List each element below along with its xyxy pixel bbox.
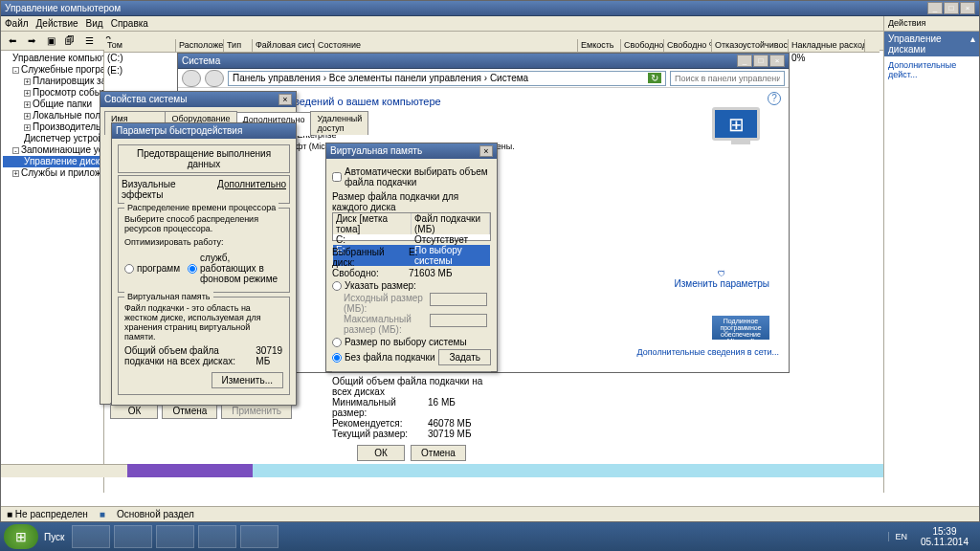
vmem-close[interactable]: × (479, 145, 493, 157)
sysprops-close[interactable]: × (278, 94, 292, 105)
col-capacity[interactable]: Емкость (578, 39, 621, 52)
taskbar-item[interactable] (72, 525, 110, 548)
tree-perf[interactable]: Производительность (33, 121, 104, 132)
tree-shared[interactable]: Общие папки (33, 99, 92, 109)
radio-custom[interactable] (332, 281, 342, 291)
minimize-button[interactable]: _ (927, 2, 943, 14)
auto-checkbox[interactable] (332, 172, 342, 182)
props-icon[interactable]: ☰ (81, 33, 97, 49)
col-volume[interactable]: Том (104, 39, 176, 52)
more-actions-link[interactable]: Дополнительные дейст... (884, 56, 979, 83)
initial-size-input (430, 293, 487, 306)
chevron-up-icon: ▴ (970, 33, 975, 55)
search-input[interactable] (670, 71, 785, 86)
breadcrumb-bar: Панель управления › Все элементы панели … (178, 69, 789, 88)
taskbar-item[interactable] (198, 525, 236, 548)
start-button[interactable]: ⊞ (4, 524, 38, 549)
col-fault[interactable]: Отказоустойчивость (712, 39, 789, 52)
close-button[interactable]: × (960, 2, 975, 14)
start-label[interactable]: Пуск (44, 532, 64, 542)
forward-icon[interactable]: ➡ (24, 33, 39, 49)
drive-list[interactable]: Диск [метка тома]Файл подкачки (МБ) C:От… (332, 212, 491, 241)
col-type[interactable]: Тип (224, 39, 253, 52)
main-title: Управление компьютером (5, 3, 121, 13)
system-titlebar: Система _ □ × (178, 54, 789, 69)
nav-back-icon[interactable] (182, 70, 201, 87)
menubar: Файл Действие Вид Справка (1, 16, 979, 32)
virtual-memory-dialog: Виртуальная память × Автоматически выбир… (325, 143, 498, 372)
perfopts-titlebar: Параметры быстродействия (112, 123, 296, 139)
sysprops-titlebar: Свойства системы × (100, 92, 296, 107)
col-status[interactable]: Состояние (315, 39, 578, 52)
tree-eventviewer[interactable]: Просмотр событий (33, 87, 104, 98)
tree-diskmgmt[interactable]: Управление дисками (24, 156, 104, 166)
legend-unalloc: Не распределен (15, 509, 88, 519)
menu-help[interactable]: Справка (111, 18, 148, 29)
col-fs[interactable]: Файловая система (253, 39, 315, 52)
change-vmem-button[interactable]: Изменить... (212, 372, 283, 388)
sys-close[interactable]: × (769, 55, 785, 67)
actions-panel: Действия Управление дисками▴ Дополнитель… (883, 16, 979, 493)
menu-view[interactable]: Вид (86, 18, 103, 29)
nav-forward-icon[interactable] (205, 70, 224, 87)
menu-file[interactable]: Файл (5, 18, 29, 29)
perfopts-tab-visual[interactable]: Визуальные эффекты (122, 179, 208, 200)
taskbar-item[interactable] (114, 525, 152, 548)
legend-primary: Основной раздел (117, 509, 194, 519)
taskbar-item[interactable] (240, 525, 278, 548)
col-free[interactable]: Свободно (621, 39, 664, 52)
menu-action[interactable]: Действие (36, 18, 78, 29)
genuine-badge: Подлинное программное обеспечение Micros… (712, 316, 769, 340)
tree-users[interactable]: Локальные пользовате (33, 110, 104, 121)
change-settings-link[interactable]: 🛡Изменить параметры (675, 270, 769, 289)
maximize-button[interactable]: □ (944, 2, 959, 14)
windows-logo-icon: ⊞ (728, 113, 745, 136)
system-title: Система (182, 55, 220, 66)
seealso-link[interactable]: Дополнительные сведения в сети... (637, 347, 780, 357)
vmem-titlebar: Виртуальная память × (326, 143, 497, 159)
left-tree[interactable]: Управление компьютером (лок -Служебные п… (1, 51, 104, 493)
col-layout[interactable]: Расположение (176, 39, 224, 52)
tree-utilities[interactable]: Служебные программы (21, 64, 104, 75)
back-icon[interactable]: ⬅ (5, 33, 20, 49)
statusbar: ■ Не распределен ■ Основной раздел (1, 506, 979, 521)
set-button[interactable]: Задать (438, 349, 491, 365)
max-size-input (430, 314, 487, 327)
vmem-cancel[interactable]: Отмена (411, 445, 466, 461)
col-freepct[interactable]: Свободно % (664, 39, 712, 52)
clock[interactable]: 15:3905.11.2014 (913, 526, 976, 547)
refresh-icon[interactable]: ↻ (648, 73, 661, 83)
tree-storage[interactable]: Запоминающие устройст (21, 144, 104, 155)
actions-section[interactable]: Управление дисками▴ (884, 32, 979, 56)
taskbar: ⊞ Пуск EN 15:3905.11.2014 (0, 522, 980, 551)
taskbar-item[interactable] (156, 525, 194, 548)
radio-services[interactable] (188, 264, 197, 274)
perfopts-tab-dep[interactable]: Предотвращение выполнения данных (137, 148, 271, 169)
up-icon[interactable]: ▣ (43, 33, 58, 49)
sys-maximize[interactable]: □ (753, 55, 768, 67)
radio-programs[interactable] (124, 264, 134, 274)
tree-scheduler[interactable]: Планировщик заданий (33, 76, 104, 86)
language-indicator[interactable]: EN (888, 532, 913, 541)
tree-services[interactable]: Службы и приложения (21, 167, 104, 178)
breadcrumb[interactable]: Панель управления › Все элементы панели … (228, 71, 666, 86)
sys-minimize[interactable]: _ (737, 55, 752, 67)
list-header: Том Расположение Тип Файловая система Со… (104, 39, 880, 53)
vmem-ok[interactable]: ОК (357, 445, 405, 461)
main-titlebar: Управление компьютером _ □ × (1, 1, 979, 16)
col-overhead[interactable]: Накладные расходы (789, 39, 865, 52)
refresh-icon[interactable]: 🗐 (62, 33, 78, 49)
performance-options-dialog: Параметры быстродействия Предотвращение … (111, 122, 297, 406)
computer-icon: ⊞ (712, 107, 769, 155)
radio-nopage[interactable] (332, 353, 342, 363)
actions-header: Действия (884, 16, 979, 32)
tab-remote[interactable]: Удаленный доступ (310, 111, 368, 135)
tree-root[interactable]: Управление компьютером (лок (3, 53, 101, 64)
tree-devmgr[interactable]: Диспетчер устройств (24, 133, 104, 143)
perfopts-tab-advanced[interactable]: Дополнительно (217, 179, 286, 200)
help-icon[interactable]: ? (768, 92, 781, 105)
radio-system[interactable] (332, 338, 342, 347)
